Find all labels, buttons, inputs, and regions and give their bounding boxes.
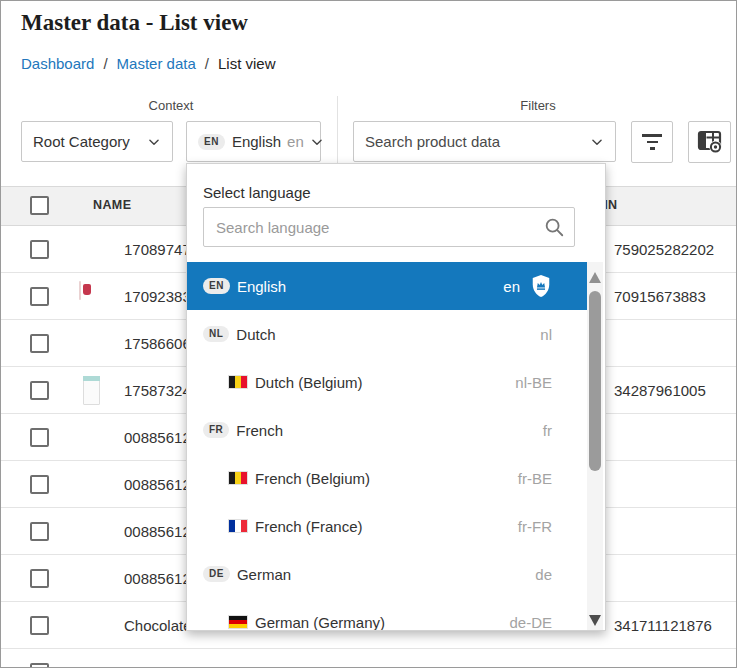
language-code: de-DE (509, 614, 552, 631)
language-option-german-germany[interactable]: German (Germany) de-DE (187, 598, 587, 631)
row-checkbox[interactable] (30, 569, 49, 588)
language-option-french-france[interactable]: French (France) fr-FR (187, 502, 587, 550)
language-badge: EN (198, 134, 225, 150)
language-option-french[interactable]: FR French fr (187, 406, 587, 454)
row-checkbox[interactable] (30, 616, 49, 635)
language-label: German (237, 566, 291, 583)
language-code-badge: EN (203, 278, 230, 294)
cell-name: 17089747 (124, 241, 191, 258)
cell-name: Chocolate (124, 617, 192, 634)
belgium-flag-icon (228, 471, 248, 485)
language-option-french-belgium[interactable]: French (Belgium) fr-BE (187, 454, 587, 502)
language-option-dutch-belgium[interactable]: Dutch (Belgium) nl-BE (187, 358, 587, 406)
cell-name: 00885612 (124, 523, 191, 540)
category-select[interactable]: Root Category (21, 121, 173, 162)
cell-gtin: 000000000000 (614, 664, 714, 668)
cell-gtin: 70915673883 (614, 288, 706, 305)
cell-name: 17587324 (124, 382, 191, 399)
cell-name: 00885612 (124, 476, 191, 493)
breadcrumb-current: List view (218, 55, 276, 72)
language-label: French (France) (255, 518, 363, 535)
language-code-badge: FR (203, 422, 229, 438)
row-checkbox[interactable] (30, 522, 49, 541)
language-code: fr (543, 422, 552, 439)
dropdown-title: Select language (203, 184, 311, 201)
product-thumbnail (79, 282, 105, 311)
language-label: French (Belgium) (255, 470, 370, 487)
language-select-value: English (232, 133, 281, 150)
cell-gtin: 759025282202 (614, 241, 714, 258)
language-label: French (236, 422, 283, 439)
cell-name: 17586606 (124, 335, 191, 352)
chevron-down-icon (310, 135, 324, 149)
row-checkbox[interactable] (30, 381, 49, 400)
column-header-name[interactable]: NAME (93, 198, 131, 212)
row-checkbox[interactable] (30, 287, 49, 306)
product-thumbnail (79, 376, 105, 405)
language-label: Dutch (236, 326, 275, 343)
page-title: Master data - List view (21, 10, 248, 36)
language-select-code: en (287, 133, 304, 150)
language-label: Dutch (Belgium) (255, 374, 363, 391)
row-checkbox[interactable] (30, 334, 49, 353)
breadcrumb-separator: / (103, 55, 107, 72)
cell-name: 00885612 (124, 570, 191, 587)
language-code-badge: NL (203, 326, 229, 342)
language-dropdown-panel: Select language EN English en NL Dutch n… (186, 163, 606, 631)
row-checkbox[interactable] (30, 663, 49, 668)
toolbar-divider (337, 96, 338, 169)
scrollbar-up-arrow-icon[interactable] (589, 272, 601, 283)
column-visibility-icon (697, 130, 723, 154)
product-search-select[interactable]: Search product data (353, 121, 616, 162)
breadcrumb-master-data[interactable]: Master data (117, 55, 196, 72)
chevron-down-icon (147, 135, 161, 149)
language-code: en (503, 278, 520, 295)
cell-name: Southern B (124, 664, 199, 668)
dropdown-scrollbar-thumb[interactable] (589, 291, 601, 471)
cell-gtin: 341711121876 (614, 617, 712, 634)
category-select-value: Root Category (33, 133, 141, 150)
language-label: German (Germany) (255, 614, 385, 631)
search-icon (543, 216, 565, 238)
language-label: English (237, 278, 286, 295)
language-option-german[interactable]: DE German de (187, 550, 587, 598)
scrollbar-down-arrow-icon[interactable] (589, 615, 601, 626)
france-flag-icon (228, 519, 248, 533)
row-checkbox[interactable] (30, 428, 49, 447)
breadcrumb-dashboard[interactable]: Dashboard (21, 55, 94, 72)
row-checkbox[interactable] (30, 240, 49, 259)
breadcrumb: Dashboard / Master data / List view (21, 55, 275, 72)
row-checkbox[interactable] (30, 475, 49, 494)
column-visibility-button[interactable] (688, 121, 731, 163)
product-search-placeholder: Search product data (365, 133, 584, 150)
language-search-input[interactable] (203, 207, 575, 247)
shield-crown-icon (530, 274, 552, 298)
filter-button[interactable] (631, 121, 673, 163)
context-group-label: Context (21, 98, 321, 113)
table-row[interactable]: Southern B 000000000000 (1, 649, 737, 668)
language-code: nl (540, 326, 552, 343)
language-code: fr-BE (518, 470, 552, 487)
language-code: de (535, 566, 552, 583)
germany-flag-icon (228, 615, 248, 629)
belgium-flag-icon (228, 375, 248, 389)
language-list: EN English en NL Dutch nl Dutch (Belgium… (187, 262, 587, 631)
language-option-dutch[interactable]: NL Dutch nl (187, 310, 587, 358)
cell-gtin: 34287961005 (614, 382, 706, 399)
filters-group-label: Filters (353, 98, 723, 113)
chevron-down-icon (590, 135, 604, 149)
cell-name: 17092383 (124, 288, 191, 305)
language-code-badge: DE (203, 566, 230, 582)
language-code: nl-BE (515, 374, 552, 391)
language-code: fr-FR (518, 518, 552, 535)
filter-icon (642, 134, 662, 150)
select-all-checkbox[interactable] (30, 196, 49, 215)
language-select[interactable]: EN English en (186, 121, 321, 162)
cell-name: 00885612 (124, 429, 191, 446)
language-option-english[interactable]: EN English en (187, 262, 587, 310)
breadcrumb-separator: / (205, 55, 209, 72)
